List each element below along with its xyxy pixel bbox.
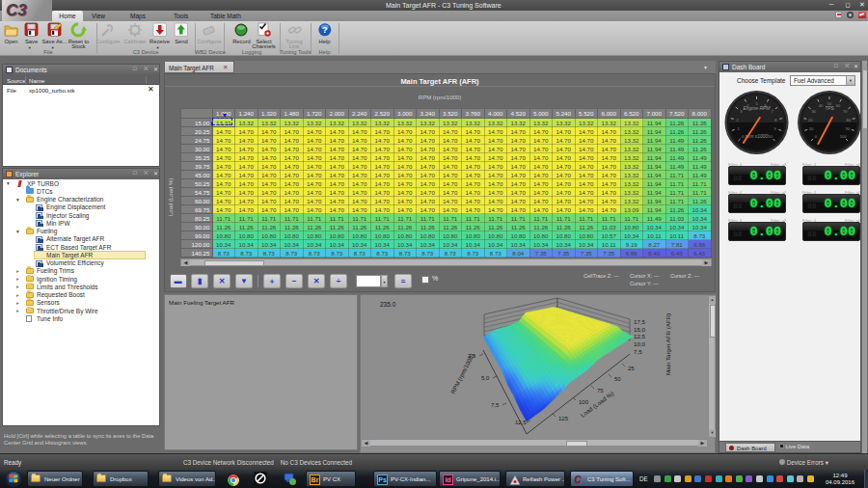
svg-text:20: 20	[808, 118, 813, 122]
svg-text:50: 50	[614, 376, 621, 382]
svg-text:75: 75	[597, 388, 604, 393]
svg-text:40: 40	[819, 103, 824, 108]
svg-text:5,0: 5,0	[481, 375, 490, 381]
svg-text:70: 70	[843, 109, 848, 114]
svg-text:10,0: 10,0	[634, 340, 646, 347]
svg-text:30: 30	[812, 109, 817, 114]
svg-text:7,5: 7,5	[491, 402, 500, 408]
svg-text:Engine RPM: Engine RPM	[743, 105, 771, 111]
svg-text:TPS: TPS	[825, 105, 834, 111]
svg-text:125: 125	[558, 416, 569, 421]
svg-text:?: ?	[322, 24, 328, 35]
svg-text:90: 90	[846, 126, 851, 131]
svg-text:7,5: 7,5	[634, 348, 642, 355]
svg-text:10: 10	[768, 134, 773, 139]
svg-text:12,5: 12,5	[515, 420, 527, 425]
svg-text:100: 100	[579, 399, 589, 405]
svg-text:60: 60	[836, 103, 841, 108]
svg-text:25: 25	[628, 366, 635, 371]
svg-text:100: 100	[840, 134, 847, 139]
svg-text:12,5: 12,5	[634, 333, 646, 339]
svg-text:Main Target AFR (AFR): Main Target AFR (AFR)	[665, 313, 671, 375]
svg-text:15,0: 15,0	[634, 326, 646, 333]
svg-text:80: 80	[847, 118, 852, 122]
svg-text:RPM (rpm/1000): RPM (rpm/1000)	[449, 353, 475, 395]
svg-text:17,5: 17,5	[634, 318, 646, 325]
svg-text:10: 10	[809, 126, 814, 131]
